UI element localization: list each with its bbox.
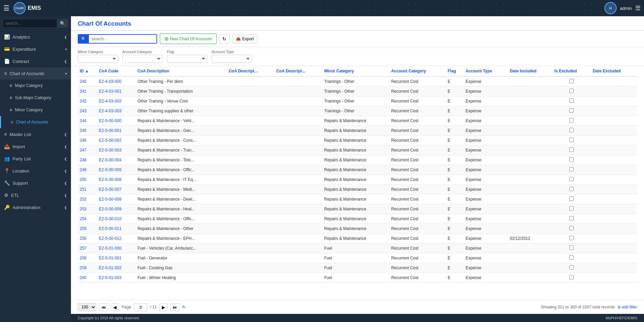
- pagination-refresh-icon[interactable]: ↻: [182, 305, 185, 309]
- edit-filter-button[interactable]: ⧉ edit filter: [618, 305, 637, 309]
- cell-is-excluded[interactable]: [552, 165, 591, 175]
- row-id-link[interactable]: 259: [80, 266, 86, 270]
- refresh-button[interactable]: ↻: [219, 34, 229, 44]
- cell-is-excluded[interactable]: [552, 263, 591, 273]
- col-account-type[interactable]: Account Type: [464, 66, 508, 76]
- col-account-category[interactable]: Account Category: [389, 66, 446, 76]
- cell-is-excluded[interactable]: [552, 253, 591, 263]
- rows-per-page-select[interactable]: 100 50 25: [78, 303, 96, 311]
- cell-is-excluded[interactable]: [552, 116, 591, 126]
- sidebar-item-master-list[interactable]: ≡ Master List ❮: [0, 128, 71, 140]
- is-excluded-checkbox[interactable]: [569, 89, 574, 93]
- row-id-link[interactable]: 249: [80, 167, 86, 172]
- row-id-link[interactable]: 240: [80, 79, 86, 84]
- col-coa-description[interactable]: CoA Description: [135, 66, 227, 76]
- col-date-excluded[interactable]: Date Excluded: [591, 66, 637, 76]
- new-chart-button[interactable]: ⊕ New Chart Of Accounts: [160, 33, 217, 44]
- row-coa-code-link[interactable]: E2-5-01-001: [99, 256, 122, 260]
- sidebar-item-support[interactable]: 🔧 Support ❮: [0, 177, 71, 189]
- row-id-link[interactable]: 247: [80, 148, 86, 153]
- sidebar-item-chart-accounts[interactable]: ≡ Chart of Accounts: [0, 116, 71, 128]
- is-excluded-checkbox[interactable]: [569, 79, 574, 83]
- minor-category-select[interactable]: [78, 55, 118, 63]
- sidebar-item-analytics[interactable]: 📊 Analytics ❮: [0, 31, 71, 43]
- row-id-link[interactable]: 258: [80, 256, 86, 260]
- row-id-link[interactable]: 251: [80, 187, 86, 192]
- cell-is-excluded[interactable]: [552, 155, 591, 165]
- search-input[interactable]: [89, 35, 156, 43]
- page-number-input[interactable]: [134, 303, 147, 311]
- is-excluded-checkbox[interactable]: [569, 147, 574, 152]
- is-excluded-checkbox[interactable]: [569, 108, 574, 113]
- row-id-link[interactable]: 255: [80, 226, 86, 231]
- sidebar-item-location[interactable]: 📍 Location ❮: [0, 165, 71, 177]
- account-type-select[interactable]: [212, 55, 252, 63]
- sidebar-item-import[interactable]: 📥 Import ❮: [0, 140, 71, 153]
- row-coa-code-link[interactable]: E2-5-01-003: [99, 275, 122, 280]
- row-coa-code-link[interactable]: E2-4-03-003: [99, 109, 122, 113]
- cell-is-excluded[interactable]: [552, 224, 591, 234]
- col-coa-desc3[interactable]: CoA Descript...: [274, 66, 322, 76]
- row-coa-code-link[interactable]: E2-5-00-004: [99, 158, 122, 162]
- row-id-link[interactable]: 245: [80, 128, 86, 133]
- is-excluded-checkbox[interactable]: [569, 98, 574, 103]
- col-coa-code[interactable]: CoA Code: [97, 66, 135, 76]
- next-page-button[interactable]: ▶: [159, 303, 168, 311]
- row-id-link[interactable]: 242: [80, 99, 86, 104]
- is-excluded-checkbox[interactable]: [569, 226, 574, 230]
- row-coa-code-link[interactable]: E2-5-00-011: [99, 226, 122, 231]
- export-button[interactable]: 📤 Export: [232, 34, 258, 43]
- cell-is-excluded[interactable]: [552, 175, 591, 185]
- row-coa-code-link[interactable]: E2-5-01-002: [99, 266, 122, 270]
- cell-is-excluded[interactable]: [552, 204, 591, 214]
- row-coa-code-link[interactable]: E2-5-00-003: [99, 148, 122, 153]
- cell-is-excluded[interactable]: [552, 273, 591, 283]
- row-coa-code-link[interactable]: E2-5-00-001: [99, 128, 122, 133]
- row-id-link[interactable]: 243: [80, 109, 86, 113]
- is-excluded-checkbox[interactable]: [569, 187, 574, 191]
- first-page-button[interactable]: ⏮: [99, 303, 108, 311]
- sidebar-item-sub-major-category[interactable]: ≡ Sub-Major Category: [0, 92, 71, 104]
- flag-select[interactable]: [167, 55, 207, 63]
- row-id-link[interactable]: 253: [80, 207, 86, 211]
- is-excluded-checkbox[interactable]: [569, 157, 574, 162]
- cell-is-excluded[interactable]: [552, 87, 591, 96]
- row-id-link[interactable]: 246: [80, 138, 86, 143]
- account-category-select[interactable]: [122, 55, 163, 63]
- is-excluded-checkbox[interactable]: [569, 167, 574, 171]
- is-excluded-checkbox[interactable]: [569, 197, 574, 201]
- prev-page-button[interactable]: ◀: [111, 303, 119, 311]
- is-excluded-checkbox[interactable]: [569, 177, 574, 181]
- top-hamburger-icon[interactable]: ☰: [635, 4, 641, 12]
- row-coa-code-link[interactable]: E2-5-00-007: [99, 187, 122, 192]
- cell-is-excluded[interactable]: [552, 96, 591, 106]
- sidebar-search-button[interactable]: 🔍: [57, 19, 68, 28]
- cell-is-excluded[interactable]: [552, 244, 591, 253]
- col-coa-desc2[interactable]: CoA Descript...: [227, 66, 274, 76]
- row-id-link[interactable]: 257: [80, 246, 86, 251]
- row-id-link[interactable]: 252: [80, 197, 86, 202]
- sidebar-search-input[interactable]: [3, 19, 57, 28]
- hamburger-icon[interactable]: ☰: [3, 4, 9, 12]
- row-id-link[interactable]: 244: [80, 118, 86, 123]
- row-id-link[interactable]: 254: [80, 216, 86, 221]
- is-excluded-checkbox[interactable]: [569, 236, 574, 240]
- sidebar-item-administration[interactable]: 🔑 Administration ❮: [0, 201, 71, 213]
- sidebar-item-expenditure[interactable]: 💳 Expenditure ▾: [0, 43, 71, 55]
- is-excluded-checkbox[interactable]: [569, 255, 574, 260]
- row-coa-code-link[interactable]: E2-4-03-000: [99, 79, 122, 84]
- row-coa-code-link[interactable]: E2-5-00-005: [99, 167, 122, 172]
- cell-is-excluded[interactable]: [552, 145, 591, 155]
- sidebar-item-contract[interactable]: 📄 Contract ❮: [0, 55, 71, 67]
- row-coa-code-link[interactable]: E2-5-00-002: [99, 138, 122, 143]
- last-page-button[interactable]: ⏭: [170, 303, 179, 311]
- is-excluded-checkbox[interactable]: [569, 275, 574, 279]
- row-id-link[interactable]: 248: [80, 158, 86, 162]
- col-date-included[interactable]: Date Included: [508, 66, 552, 76]
- cell-is-excluded[interactable]: [552, 136, 591, 145]
- row-coa-code-link[interactable]: E2-5-00-010: [99, 216, 122, 221]
- row-coa-code-link[interactable]: E2-4-03-002: [99, 99, 122, 104]
- sidebar-item-chart-of-accounts[interactable]: ≡ Chart of Accounts ▾: [0, 67, 71, 79]
- is-excluded-checkbox[interactable]: [569, 118, 574, 122]
- row-coa-code-link[interactable]: E2-5-00-009: [99, 207, 122, 211]
